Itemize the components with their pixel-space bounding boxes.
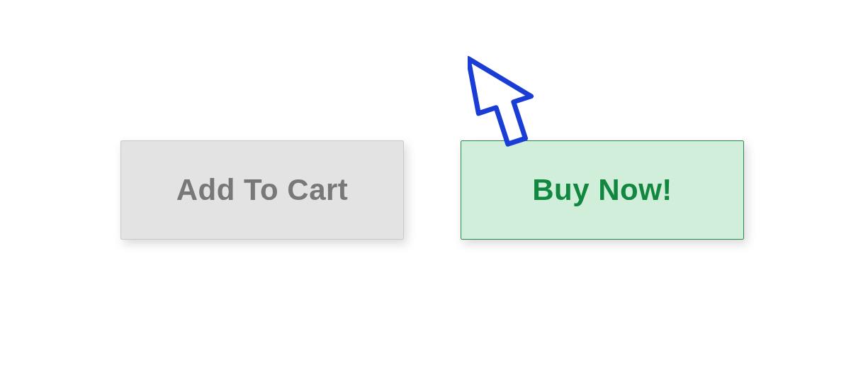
buy-now-button[interactable]: Buy Now! xyxy=(461,140,744,240)
cursor-arrow-icon xyxy=(468,44,553,150)
diagram-stage: Add To Cart Buy Now! xyxy=(0,0,868,368)
add-to-cart-label: Add To Cart xyxy=(176,173,349,207)
buy-now-label: Buy Now! xyxy=(532,173,672,207)
add-to-cart-button[interactable]: Add To Cart xyxy=(120,140,404,240)
